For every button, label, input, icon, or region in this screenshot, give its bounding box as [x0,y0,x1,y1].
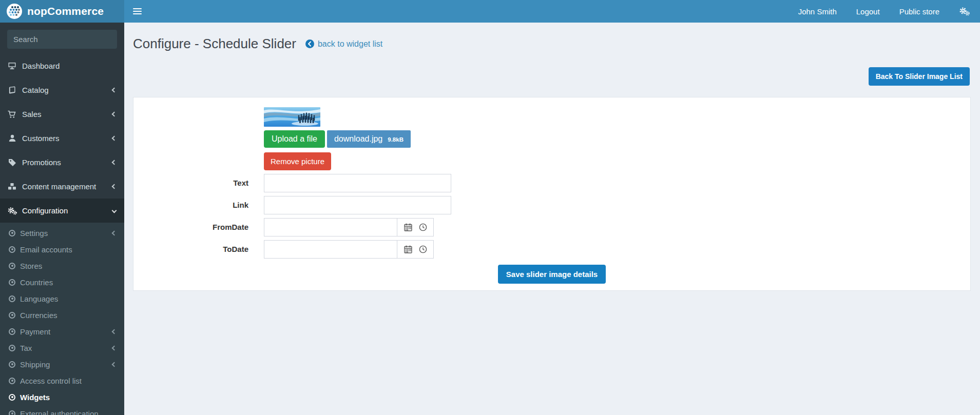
clock-icon[interactable] [419,223,427,231]
sidebar-toggle-button[interactable] [124,0,150,23]
user-name-link[interactable]: John Smith [789,0,847,23]
sub-item-label: Countries [20,278,53,287]
brand-name: nopCommerce [27,5,104,17]
text-field-label: Text [133,174,264,187]
link-field-label: Link [133,196,264,209]
sidebar-item-external-authentication[interactable]: External authentication [0,405,124,415]
calendar-icon[interactable] [404,245,412,253]
circle-dot-icon [9,312,15,319]
circle-dot-icon [9,279,15,286]
picture-label [133,107,264,112]
sidebar-item-countries[interactable]: Countries [0,274,124,290]
chevron-left-icon [112,345,117,350]
todate-input[interactable] [264,240,397,259]
remove-picture-button[interactable]: Remove picture [264,152,331,170]
search-input[interactable] [7,35,117,44]
sidebar-item-catalog[interactable]: Catalog [0,78,124,102]
sub-item-label: Access control list [20,377,82,385]
todate-picker-addon [397,240,434,259]
sidebar-search [7,30,117,49]
sidebar: Dashboard Catalog Sales Custo [0,23,124,415]
circle-dot-icon [9,328,15,335]
sub-item-label: Payment [20,327,50,336]
sidebar-item-content-management[interactable]: Content management [0,174,124,199]
brand-logo[interactable]: nopCommerce [0,0,124,23]
sub-item-label: Tax [20,344,32,352]
sidebar-item-label: Promotions [22,158,61,167]
sub-item-label: Stores [20,262,42,270]
logout-link[interactable]: Logout [847,0,890,23]
page-title: Configure - Schedule Slider [133,36,296,52]
file-name: download.jpg [334,134,382,144]
sidebar-item-label: Configuration [22,206,68,215]
top-navbar: John Smith Logout Public store [124,0,980,23]
chevron-left-icon [112,362,117,367]
main-content: Configure - Schedule Slider back to widg… [124,23,980,415]
sidebar-item-currencies[interactable]: Currencies [0,307,124,323]
chevron-left-icon [112,160,117,165]
chevron-left-icon [112,184,117,189]
back-to-widget-list-link[interactable]: back to widget list [305,39,382,49]
circle-dot-icon [9,361,15,368]
sidebar-item-dashboard[interactable]: Dashboard [0,54,124,78]
circle-dot-icon [9,295,15,302]
text-input[interactable] [264,174,451,192]
chevron-left-icon [112,329,117,334]
uploaded-file-chip[interactable]: download.jpg 9.8kB [327,130,411,148]
sidebar-item-sales[interactable]: Sales [0,102,124,126]
sidebar-item-email-accounts[interactable]: Email accounts [0,241,124,258]
user-icon [7,134,17,142]
back-to-slider-image-list-button[interactable]: Back To Slider Image List [869,67,970,86]
sidebar-item-settings[interactable]: Settings [0,225,124,241]
chevron-left-icon [112,112,117,117]
settings-gears-icon[interactable] [949,0,980,23]
sub-item-label: Widgets [20,393,50,402]
fromdate-picker-addon [397,218,434,236]
circle-dot-icon [9,410,15,415]
sub-item-label: Shipping [20,360,50,369]
gears-icon [7,207,17,215]
circle-dot-icon [9,394,15,401]
circle-dot-icon [9,263,15,269]
chevron-down-icon [112,208,117,213]
sidebar-item-access-control-list[interactable]: Access control list [0,372,124,389]
sidebar-item-stores[interactable]: Stores [0,258,124,274]
sidebar-item-configuration[interactable]: Configuration [0,199,124,223]
chevron-left-icon [112,230,117,235]
chevron-left-icon [112,88,117,93]
nopcommerce-ball-icon [6,3,23,19]
clock-icon[interactable] [419,245,427,253]
sub-item-label: Settings [20,229,48,238]
slider-image-form-card: Upload a file download.jpg 9.8kB Remove … [133,97,971,291]
sidebar-item-widgets[interactable]: Widgets [0,389,124,405]
sub-item-label: Languages [20,294,58,303]
sidebar-item-label: Customers [22,134,60,143]
public-store-link[interactable]: Public store [890,0,949,23]
book-icon [7,86,17,94]
upload-file-button[interactable]: Upload a file [264,130,325,148]
circle-dot-icon [9,230,15,236]
fromdate-field-label: FromDate [133,218,264,231]
sidebar-item-tax[interactable]: Tax [0,340,124,356]
sidebar-item-promotions[interactable]: Promotions [0,150,124,174]
circle-dot-icon [9,378,15,384]
sub-item-label: Email accounts [20,245,72,254]
sidebar-item-payment[interactable]: Payment [0,323,124,340]
sidebar-item-languages[interactable]: Languages [0,290,124,307]
todate-field-label: ToDate [133,240,264,253]
sidebar-menu: Dashboard Catalog Sales Custo [0,54,124,223]
fromdate-input[interactable] [264,218,397,236]
chevron-left-icon [112,136,117,141]
sidebar-item-shipping[interactable]: Shipping [0,356,124,372]
circle-dot-icon [9,246,15,253]
save-slider-image-details-button[interactable]: Save slider image details [498,265,606,284]
file-size-badge: 9.8kB [388,136,403,143]
calendar-icon[interactable] [404,223,412,231]
link-input[interactable] [264,196,451,214]
sidebar-item-customers[interactable]: Customers [0,126,124,150]
circle-dot-icon [9,345,15,351]
sidebar-item-label: Catalog [22,86,49,94]
sub-item-label: Currencies [20,311,57,320]
tag-icon [7,159,17,167]
monitor-icon [7,62,17,70]
